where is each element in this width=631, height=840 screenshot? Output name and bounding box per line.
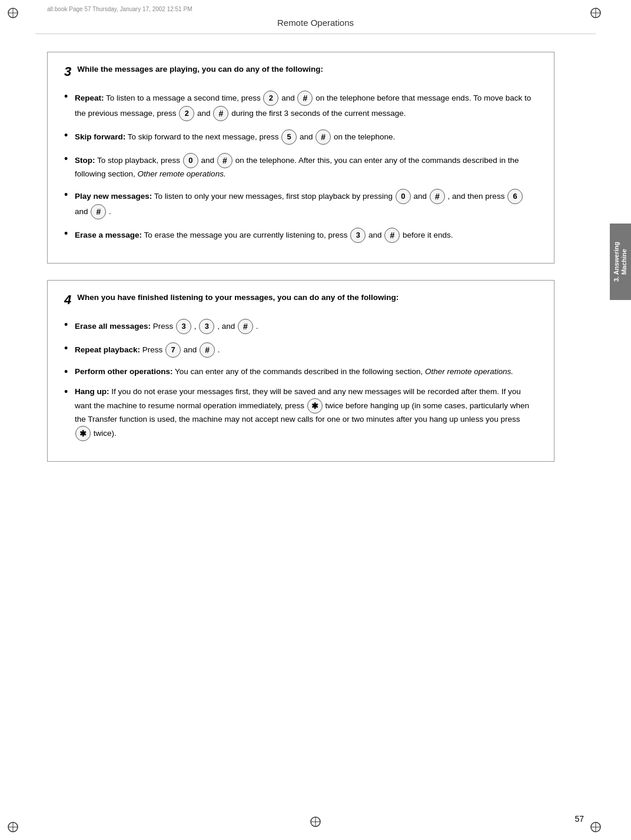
corner-mark-bottom-left [7,821,19,833]
section-3-number: 3 [64,64,71,81]
key-5: 5 [281,129,297,145]
key-7: 7 [165,342,181,358]
key-3-erase-all-2: 3 [199,319,214,334]
section-3-title-text: While the messages are playing, you can … [77,65,323,74]
bullet-play-new-label: Play new messages: [75,191,152,200]
section-4-number: 4 [64,292,71,309]
section-4-box: 4 When you have finished listening to yo… [47,280,554,462]
bullet-erase-msg-label: Erase a message: [75,230,142,239]
side-tab: 3. AnsweringMachine [610,224,631,300]
key-hash-play2: # [91,204,106,219]
section-4-bullets: Erase all messages: Press 3 , 3 , and # … [64,319,537,442]
other-remote-ops-ref-1: Other remote operations. [138,169,226,178]
key-hash-repeat-pb: # [200,342,215,358]
page-header: Remote Operations [35,0,596,34]
bottom-center-mark [310,816,321,829]
bullet-hang-up-label: Hang up: [75,387,109,396]
bullet-erase-all: Erase all messages: Press 3 , 3 , and # … [64,319,537,334]
bullet-perform-other: Perform other operations: You can enter … [64,366,537,378]
other-remote-ops-ref-2: Other remote operations. [425,367,513,376]
bullet-stop-label: Stop: [75,155,95,164]
bullet-repeat-pb: Repeat playback: Press 7 and # . [64,342,537,358]
header-bar: all.book Page 57 Thursday, January 17, 2… [47,6,192,12]
section-4-title-text: When you have finished listening to your… [77,293,398,302]
key-2-back: 2 [179,106,194,121]
corner-mark-top-right [590,7,602,19]
key-hash-erase: # [384,228,400,243]
key-hash-skip: # [316,129,331,145]
bullet-repeat: Repeat: To listen to a message a second … [64,91,537,121]
main-content: 3 While the messages are playing, you ca… [47,52,584,462]
key-star-2: ✱ [75,426,91,441]
bullet-repeat-label: Repeat: [75,93,104,102]
key-star-1: ✱ [307,398,323,414]
section-4-title: 4 When you have finished listening to yo… [64,292,537,309]
section-3-title: 3 While the messages are playing, you ca… [64,64,537,81]
page-number: 57 [574,814,584,824]
bullet-stop: Stop: To stop playback, press 0 and # on… [64,153,537,181]
key-hash-back: # [213,106,228,121]
key-0-stop: 0 [183,153,198,168]
corner-mark-top-left [7,7,19,19]
section-3-bullets: Repeat: To listen to a message a second … [64,91,537,243]
corner-mark-bottom-right [590,821,602,833]
section-3-box: 3 While the messages are playing, you ca… [47,52,554,264]
bullet-repeat-pb-label: Repeat playback: [75,345,140,354]
key-hash-repeat: # [297,91,313,106]
key-2-repeat: 2 [263,91,278,106]
key-0-play: 0 [396,189,411,204]
bullet-erase-all-label: Erase all messages: [75,321,151,330]
page-title: Remote Operations [277,18,354,28]
key-3-erase-all-1: 3 [176,319,191,334]
key-3-erase: 3 [350,228,366,243]
bullet-perform-other-label: Perform other operations: [75,367,173,376]
key-hash-erase-all: # [238,319,253,334]
key-6: 6 [507,189,523,204]
bullet-erase-message: Erase a message: To erase the message yo… [64,228,537,243]
bullet-skip-forward: Skip forward: To skip forward to the nex… [64,129,537,145]
key-hash-play: # [430,189,445,204]
key-hash-stop: # [217,153,233,168]
side-tab-text: 3. AnsweringMachine [613,242,628,282]
bullet-hang-up: Hang up: If you do not erase your messag… [64,386,537,441]
bullet-play-new: Play new messages: To listen to only you… [64,189,537,219]
bullet-skip-label: Skip forward: [75,132,125,141]
